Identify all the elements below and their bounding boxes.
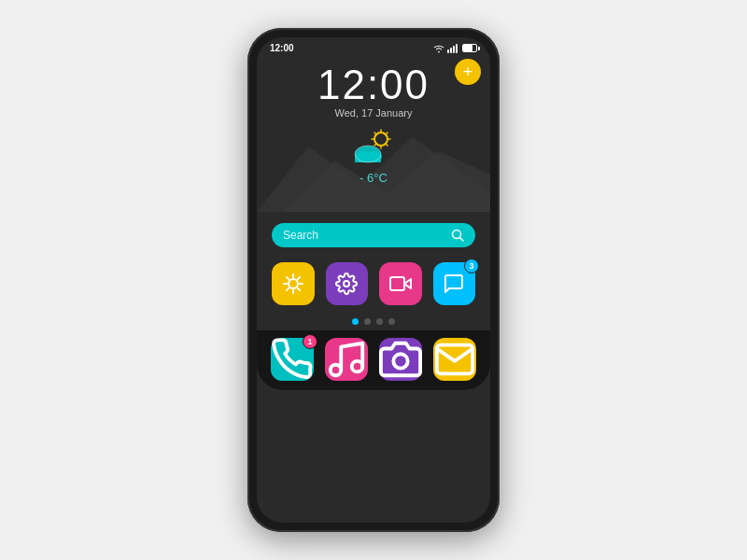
phone-badge: 1 — [303, 334, 317, 349]
gear-icon — [335, 273, 358, 295]
search-bar[interactable]: Search — [272, 223, 475, 247]
weather-icon — [347, 126, 400, 167]
svg-rect-14 — [355, 154, 381, 162]
dot-1[interactable] — [352, 318, 359, 325]
mountain-area: - 6°C — [257, 119, 490, 212]
svg-point-31 — [352, 361, 363, 372]
messages-app-icon[interactable]: 3 — [433, 262, 476, 305]
mail-icon — [433, 338, 476, 381]
svg-line-26 — [287, 288, 289, 290]
svg-point-30 — [331, 365, 342, 376]
dot-4[interactable] — [388, 318, 395, 325]
status-icons — [433, 44, 477, 53]
clock-area: + 12:00 Wed, 17 January — [257, 55, 490, 119]
status-bar: 12:00 — [257, 37, 490, 55]
phone-screen: 12:00 — [257, 37, 490, 523]
svg-rect-29 — [390, 277, 404, 290]
clock-date: Wed, 17 January — [335, 107, 413, 119]
svg-line-23 — [287, 277, 289, 279]
svg-marker-28 — [404, 279, 411, 288]
svg-line-10 — [374, 144, 377, 147]
camera-icon — [379, 338, 422, 381]
svg-line-17 — [460, 238, 464, 242]
clock-time: 12:00 — [317, 64, 430, 105]
search-icon — [451, 229, 464, 242]
camera-dock-icon[interactable] — [379, 338, 422, 381]
music-icon — [325, 338, 368, 381]
sun-icon — [282, 273, 304, 295]
dot-2[interactable] — [364, 318, 371, 325]
settings-app-icon[interactable] — [326, 262, 369, 305]
search-placeholder: Search — [283, 229, 444, 242]
signal-icon — [447, 44, 458, 53]
svg-line-24 — [298, 288, 300, 290]
dot-3[interactable] — [376, 318, 383, 325]
battery-icon — [462, 44, 477, 52]
messages-badge: 3 — [464, 259, 479, 273]
svg-point-18 — [289, 279, 298, 288]
svg-line-9 — [386, 133, 388, 135]
video-icon — [389, 273, 412, 295]
add-button[interactable]: + — [455, 59, 481, 85]
svg-point-27 — [344, 281, 349, 287]
page-dots — [257, 311, 490, 330]
svg-line-8 — [386, 144, 388, 147]
svg-line-7 — [374, 133, 377, 135]
phone-dock-icon[interactable]: 1 — [271, 338, 314, 381]
svg-point-32 — [393, 354, 407, 368]
music-dock-icon[interactable] — [325, 338, 368, 381]
status-time: 12:00 — [270, 43, 294, 53]
app-grid: 3 — [257, 257, 490, 311]
phone-device: 12:00 — [247, 28, 500, 532]
app-dock: 1 — [257, 330, 490, 390]
chat-icon — [443, 273, 465, 295]
weather-app-icon[interactable] — [272, 262, 315, 305]
search-area: Search — [257, 212, 490, 257]
mail-dock-icon[interactable] — [433, 338, 476, 381]
wifi-icon — [433, 44, 444, 53]
weather-temperature: - 6°C — [359, 171, 388, 185]
svg-line-25 — [298, 277, 300, 279]
video-app-icon[interactable] — [379, 262, 422, 305]
